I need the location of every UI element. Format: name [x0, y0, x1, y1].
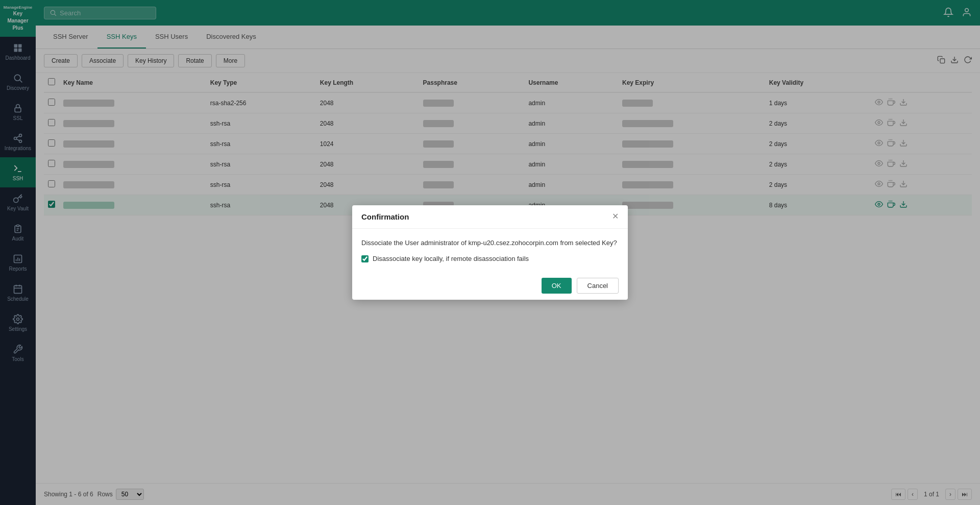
dialog-ok-button[interactable]: OK	[542, 278, 572, 294]
dialog-close-button[interactable]: ✕	[612, 212, 619, 221]
modal-overlay: Confirmation ✕ Dissociate the User admin…	[0, 0, 980, 505]
dialog-header: Confirmation ✕	[352, 205, 628, 229]
dialog-checkbox-row: Disassociate key locally, if remote disa…	[361, 255, 619, 262]
confirmation-dialog: Confirmation ✕ Dissociate the User admin…	[352, 205, 628, 300]
dialog-body: Dissociate the User administrator of kmp…	[352, 229, 628, 272]
dialog-title: Confirmation	[361, 212, 409, 221]
disassociate-local-checkbox[interactable]	[361, 255, 369, 262]
disassociate-local-label: Disassociate key locally, if remote disa…	[373, 255, 529, 262]
dialog-cancel-button[interactable]: Cancel	[577, 278, 619, 294]
dialog-message: Dissociate the User administrator of kmp…	[361, 238, 619, 248]
dialog-footer: OK Cancel	[352, 272, 628, 300]
